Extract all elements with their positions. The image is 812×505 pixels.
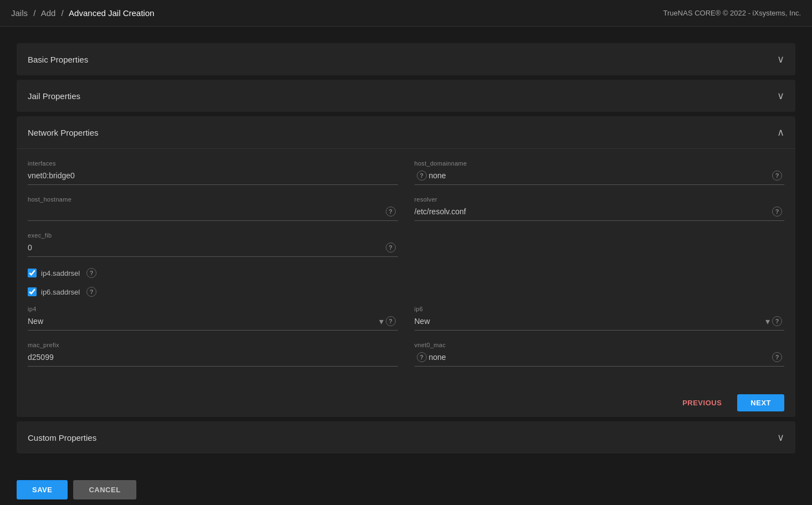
row-interfaces-hostname: interfaces host_domainname ? ? [28, 160, 784, 185]
checkbox-row-ip6-saddrsel: ip6.saddrsel ? [28, 287, 784, 297]
exec-fib-input-wrapper: ? [28, 241, 398, 257]
field-interfaces: interfaces [28, 160, 398, 185]
host-domainname-input[interactable] [429, 169, 770, 182]
section-network-properties-title: Network Properties [28, 128, 99, 137]
mac-prefix-input-wrapper [28, 351, 398, 367]
save-button[interactable]: SAVE [17, 480, 68, 499]
ip4-dropdown-arrow-icon: ▾ [379, 316, 384, 327]
section-custom-properties: Custom Properties ∨ [17, 421, 795, 454]
previous-button[interactable]: PREVIOUS [673, 394, 731, 411]
field-resolver: resolver ? [415, 196, 785, 221]
ip6-label: ip6 [415, 306, 785, 312]
section-network-properties: Network Properties ∧ interfaces host_dom… [17, 116, 795, 417]
section-basic-properties-header[interactable]: Basic Properties ∨ [17, 43, 795, 75]
field-host-domainname: host_domainname ? ? [415, 160, 785, 185]
resolver-input-wrapper: ? [415, 205, 785, 221]
host-domainname-help-icon2[interactable]: ? [772, 171, 782, 181]
field-ip6: ip6 New Disable Inherit ▾ ? [415, 306, 785, 331]
interfaces-label: interfaces [28, 160, 398, 167]
ip6-select-wrapper: New Disable Inherit ▾ ? [415, 315, 785, 331]
chevron-down-icon: ∨ [777, 53, 784, 65]
vnet0-mac-help-icon2[interactable]: ? [772, 352, 782, 362]
ip4-saddrsel-help-icon[interactable]: ? [86, 268, 96, 278]
resolver-label: resolver [415, 196, 785, 203]
ip6-help-icon[interactable]: ? [772, 316, 782, 326]
ip6-saddrsel-help-icon[interactable]: ? [86, 287, 96, 297]
row-host-hostname-resolver: host_hostname ? resolver ? [28, 196, 784, 221]
vnet0-mac-help-icon[interactable]: ? [417, 352, 427, 362]
top-bar: Jails / Add / Advanced Jail Creation Tru… [0, 0, 812, 27]
host-hostname-input-wrapper: ? [28, 205, 398, 221]
bottom-button-row: SAVE CANCEL [0, 469, 812, 505]
nav-button-row: PREVIOUS NEXT [17, 383, 795, 417]
section-basic-properties: Basic Properties ∨ [17, 43, 795, 75]
ip6-saddrsel-label: ip6.saddrsel [41, 288, 80, 296]
resolver-help-icon[interactable]: ? [772, 207, 782, 217]
checkbox-row-ip4-saddrsel: ip4.saddrsel ? [28, 268, 784, 278]
interfaces-input-wrapper [28, 169, 398, 185]
mac-prefix-input[interactable] [28, 351, 398, 364]
section-custom-properties-title: Custom Properties [28, 433, 96, 442]
breadcrumb-sep2: / [62, 8, 64, 18]
field-exec-fib-placeholder [415, 232, 785, 257]
field-host-hostname: host_hostname ? [28, 196, 398, 221]
exec-fib-label: exec_fib [28, 232, 398, 239]
host-domainname-input-wrapper: ? ? [415, 169, 785, 185]
section-network-properties-header[interactable]: Network Properties ∧ [17, 116, 795, 149]
chevron-up-icon: ∧ [777, 126, 784, 138]
interfaces-input[interactable] [28, 169, 398, 182]
breadcrumb-add[interactable]: Add [41, 8, 56, 18]
section-jail-properties-title: Jail Properties [28, 91, 80, 101]
host-hostname-input[interactable] [28, 205, 384, 218]
host-domainname-help-icon[interactable]: ? [417, 171, 427, 181]
chevron-down-icon-custom: ∨ [777, 431, 784, 444]
row-mac-prefix-vnet0mac: mac_prefix vnet0_mac ? ? [28, 342, 784, 367]
next-button[interactable]: NEXT [737, 394, 784, 411]
ip6-saddrsel-checkbox[interactable] [28, 287, 37, 296]
breadcrumb-current: Advanced Jail Creation [69, 8, 154, 18]
vnet0-mac-input-wrapper: ? ? [415, 351, 785, 367]
ip4-saddrsel-label: ip4.saddrsel [41, 269, 80, 277]
ip6-dropdown-arrow-icon: ▾ [765, 316, 770, 327]
ip4-label: ip4 [28, 306, 398, 312]
top-right-text: TrueNAS CORE® © 2022 - iXsystems, Inc. [663, 9, 801, 17]
field-exec-fib: exec_fib ? [28, 232, 398, 257]
section-basic-properties-title: Basic Properties [28, 55, 88, 64]
network-properties-body: interfaces host_domainname ? ? [17, 149, 795, 383]
ip4-select[interactable]: New Disable Inherit [28, 315, 377, 328]
section-custom-properties-header[interactable]: Custom Properties ∨ [17, 421, 795, 454]
ip6-select[interactable]: New Disable Inherit [415, 315, 764, 328]
host-hostname-label: host_hostname [28, 196, 398, 203]
section-jail-properties: Jail Properties ∨ [17, 80, 795, 112]
exec-fib-help-icon[interactable]: ? [386, 243, 396, 252]
field-vnet0-mac: vnet0_mac ? ? [415, 342, 785, 367]
main-content: Basic Properties ∨ Jail Properties ∨ Net… [0, 27, 812, 469]
row-exec-fib: exec_fib ? [28, 232, 784, 257]
section-jail-properties-header[interactable]: Jail Properties ∨ [17, 80, 795, 112]
field-ip4: ip4 New Disable Inherit ▾ ? [28, 306, 398, 331]
ip4-help-icon[interactable]: ? [386, 316, 396, 326]
host-hostname-help-icon[interactable]: ? [386, 207, 396, 217]
cancel-button[interactable]: CANCEL [73, 480, 136, 499]
row-ip4-ip6: ip4 New Disable Inherit ▾ ? ip6 [28, 306, 784, 331]
breadcrumb-sep1: / [33, 8, 35, 18]
resolver-input[interactable] [415, 205, 770, 218]
breadcrumb: Jails / Add / Advanced Jail Creation [11, 8, 154, 18]
ip4-select-wrapper: New Disable Inherit ▾ ? [28, 315, 398, 331]
host-domainname-label: host_domainname [415, 160, 785, 167]
vnet0-mac-input[interactable] [429, 351, 770, 364]
breadcrumb-jails[interactable]: Jails [11, 8, 28, 18]
mac-prefix-label: mac_prefix [28, 342, 398, 348]
field-mac-prefix: mac_prefix [28, 342, 398, 367]
vnet0-mac-label: vnet0_mac [415, 342, 785, 348]
exec-fib-input[interactable] [28, 241, 384, 254]
ip4-saddrsel-checkbox[interactable] [28, 269, 37, 277]
chevron-down-icon-jail: ∨ [777, 90, 784, 102]
